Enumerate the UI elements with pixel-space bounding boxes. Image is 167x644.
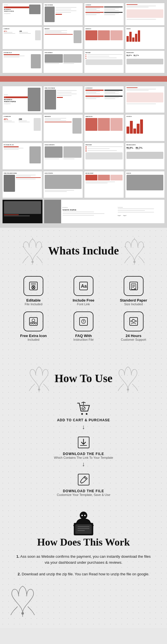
preview-card-history: HISTORY [84, 50, 124, 73]
preview-card-services2: SERVICES [84, 114, 124, 141]
preview-grid-2: COMPANY 40% 200 MIS [2, 27, 165, 49]
svg-rect-45 [78, 474, 89, 485]
feature-paper-sub: Size Included [124, 302, 143, 306]
work-steps-text: 1. Ass soon as Website confirms the paym… [8, 554, 159, 577]
preview-card-highlights2: HIGHLIGHTS 96.8% 86.5% [125, 143, 165, 170]
preview-card-solve: SOLVE [125, 171, 165, 198]
preview-card-experts: OUR EXPERTS [43, 50, 83, 73]
svg-point-53 [82, 515, 83, 516]
download-icon [76, 435, 91, 450]
svg-point-41 [82, 407, 85, 410]
preview-card-cover: BUSINESS 60+ BUSINESSWHITE PAPER Lorem i… [2, 3, 42, 26]
work-step-1-text: Ass soon as Website confirms the payment… [20, 554, 151, 565]
editable-icon-box [23, 276, 43, 296]
feature-icons: Free Extra Icon Included [11, 312, 56, 341]
floral-right-icon [123, 236, 146, 265]
step-1: ADD TO CART & PURCHASE ↓ [6, 401, 161, 432]
svg-text:24: 24 [132, 319, 134, 320]
preview-card-solutions: SOLUTIONS [43, 171, 83, 198]
edit-icon [28, 281, 38, 291]
feature-support-main: 24 Hours [126, 334, 142, 338]
preview-card-founder2: THE FOUNDER [43, 86, 83, 113]
whats-include-title: Whats Include [48, 244, 119, 257]
how-to-use-title: How To Use [55, 372, 113, 385]
divider-band-1 [0, 76, 167, 82]
svg-point-38 [81, 413, 83, 415]
how-to-use-title-wrapper: How To Use [6, 364, 161, 392]
how-to-use-floral-left [28, 364, 50, 392]
svg-point-54 [84, 515, 86, 516]
how-work-title: How Does This Work [37, 536, 130, 548]
feature-faq: ? FAQ With Instruction File [61, 312, 106, 341]
paper-icon: A [129, 281, 139, 291]
preview-card-company: COMPANY 40% 200 [2, 27, 42, 49]
svg-text:A: A [134, 288, 136, 290]
step-2: DOWNLOAD THE FILE Which Contains The Lin… [6, 435, 161, 469]
preview-card-content: CONTENT [84, 3, 124, 26]
feature-editable-main: Editable [26, 298, 41, 302]
feature-editable: Editable File Included [11, 276, 56, 306]
preview-grid-2b: COMPANY 40% 200 MIS [2, 114, 165, 141]
preview-grid-1: BUSINESS 60+ BUSINESSWHITE PAPER Lorem i… [2, 3, 165, 26]
step-2-sub: Which Contains The Link To Your Template [54, 456, 113, 459]
feature-faq-main: FAQ With [75, 334, 92, 338]
icon-pack-icon [28, 316, 38, 327]
svg-text:?: ? [83, 320, 84, 323]
step-3-label: DOWNLOAD THE FILE [63, 489, 104, 493]
feature-support-sub: Customer Support [121, 338, 146, 341]
step-3-sub: Customize Your Template, Save & Use [57, 493, 110, 496]
preview-grid-3: FUTURE PLAN OUR EXPERTS [2, 50, 165, 73]
step-arrow-1: ↓ [82, 423, 85, 431]
step-2-label: DOWNLOAD THE FILE [63, 452, 104, 456]
how-work-title-wrapper: How Does This Work [8, 536, 159, 548]
bottom-floral-left [8, 583, 37, 617]
work-step-1-number: 1. [16, 554, 20, 559]
svg-line-27 [34, 321, 35, 323]
preview-card-blank1 [125, 3, 165, 26]
whats-include-title-wrapper: Whats Include [6, 236, 161, 265]
preview-card-history2: HISTORY [84, 143, 124, 170]
feature-paper-main: Standerd Paper [120, 298, 147, 302]
feature-font-sub: Font Link [77, 302, 90, 306]
paper-icon-box: A [124, 276, 144, 296]
feature-editable-sub: File Included [25, 302, 42, 306]
whats-include-section: Whats Include [0, 228, 167, 355]
preview-card-experts2: OUR EXPERTS [43, 143, 83, 170]
features-grid: Editable File Included Aa Include Free F… [6, 273, 161, 347]
svg-rect-48 [75, 524, 92, 534]
feature-icons-main: Free Extra Icon [20, 334, 47, 338]
floral-left-icon [21, 236, 44, 265]
preview-card-roadmap: ROAD-MAP [84, 171, 124, 198]
preview-grid-2d: THE FRAMEWORK SOLUTIONS [2, 171, 165, 198]
preview-card-founder: THE FOUNDER [43, 3, 83, 26]
font-link-icon-box: Aa [74, 276, 93, 296]
feature-faq-sub: Instruction File [73, 338, 94, 341]
work-step-2-number: 2. [18, 572, 21, 576]
preview-grid-2a: BUSINESS 60+ BUSINESSWHITE PAPER Lorem i… [2, 86, 165, 113]
support-icon-box: 24 [124, 312, 144, 331]
how-work-section: How Does This Work 1. Ass soon as Websit… [0, 508, 167, 628]
svg-point-21 [32, 319, 35, 322]
icons-icon-box [23, 312, 43, 331]
bottom-floral-wrapper [8, 583, 159, 617]
work-step-1: 1. Ass soon as Website confirms the paym… [14, 554, 153, 566]
preview-section-2: BUSINESS 60+ BUSINESSWHITE PAPER Lorem i… [0, 82, 167, 228]
preview-card-framework: THE FRAMEWORK [2, 171, 42, 198]
preview-card-status2: STATUS [125, 114, 165, 141]
font-icon: Aa [78, 281, 89, 291]
svg-text:Aa: Aa [81, 284, 87, 289]
work-step-2: 2. Download and unzip the zip file. You … [14, 571, 153, 577]
preview-card-mission2: MISSION [43, 114, 83, 141]
faq-icon-box: ? [74, 312, 93, 331]
svg-point-52 [80, 512, 87, 519]
preview-card-highlights: HIGHLIGHTS 96.8% 86.5% [125, 50, 165, 73]
svg-rect-14 [130, 282, 138, 290]
faq-icon: ? [78, 316, 89, 327]
support-icon: 24 [129, 316, 139, 327]
work-step-2-text: Download and unzip the zip file. You can… [22, 572, 149, 576]
preview-card-future: FUTURE PLAN [2, 50, 42, 73]
step-1-label: ADD TO CART & PURCHASE [57, 418, 110, 422]
preview-grid-2e: BUSINESS WHITE PAPER lorem ipsum logo1 l… [2, 199, 165, 224]
feature-font-link: Aa Include Free Font Link [61, 276, 106, 306]
step-arrow-2: ↓ [82, 460, 85, 468]
